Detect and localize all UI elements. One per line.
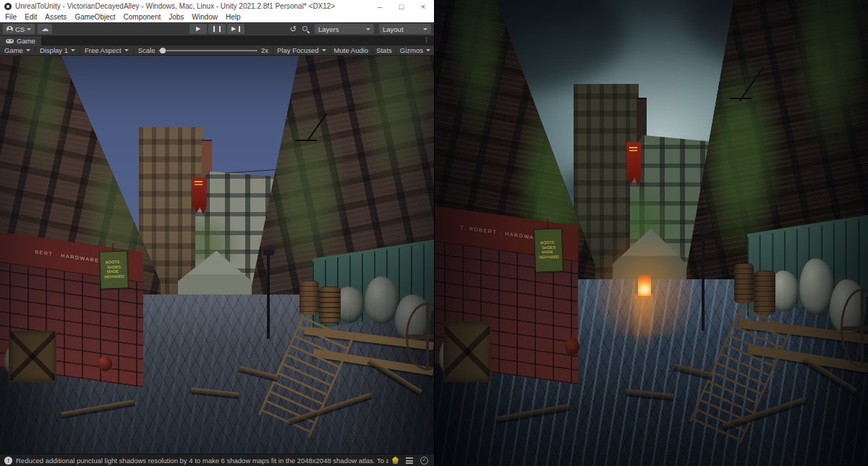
chevron-down-icon xyxy=(71,49,75,51)
chevron-down-icon xyxy=(124,49,129,51)
barrel xyxy=(734,263,754,303)
menu-gameobject[interactable]: GameObject xyxy=(75,13,115,21)
tab-bar: Game ⋮ xyxy=(0,36,434,46)
chevron-down-icon xyxy=(426,49,430,51)
menu-edit[interactable]: Edit xyxy=(25,13,37,21)
step-icon: ▶ xyxy=(231,26,236,32)
minimize-button[interactable]: – xyxy=(369,0,391,12)
shop-sign-text: BERT · HARDWARE xyxy=(35,250,99,264)
menu-window[interactable]: Window xyxy=(192,13,218,21)
stats-toggle[interactable]: Stats xyxy=(372,46,396,55)
wooden-crate xyxy=(443,321,491,382)
window-title: UnrealToUnity - VictorianDecayedAlley - … xyxy=(15,2,335,10)
dropdown-label: Game xyxy=(4,46,23,54)
play-focused-dropdown[interactable]: Play Focused xyxy=(273,46,330,55)
game-viewport[interactable]: BERT · HARDWARE BOOTS · SHOES MADE · REP… xyxy=(0,56,434,454)
chevron-down-icon xyxy=(27,28,31,30)
layers-label: Layers xyxy=(318,25,339,33)
scale-slider[interactable] xyxy=(158,50,258,51)
hanging-sign: BOOTS · SHOES MADE · REPAIRED xyxy=(99,250,129,289)
pause-icon xyxy=(213,26,221,32)
game-view-toolbar: Game Display 1 Free Aspect Scale 2x P xyxy=(0,46,434,56)
game-view-icon xyxy=(6,39,14,43)
menu-bar: File Edit Assets GameObject Component Jo… xyxy=(0,12,434,22)
chevron-down-icon xyxy=(26,49,30,51)
shop-sign-text: T. ROBERT · HARDWARE xyxy=(460,225,543,242)
main-toolbar: CS ☁ ▶ ▶ ↺ Layers Layout xyxy=(0,22,434,36)
menu-jobs[interactable]: Jobs xyxy=(169,13,184,21)
game-view-toolbar-right: Play Focused Mute Audio Stats Gizmos xyxy=(273,46,434,55)
step-bar-icon xyxy=(239,26,240,32)
barrel xyxy=(754,271,775,315)
step-button[interactable]: ▶ xyxy=(227,24,244,34)
aspect-ratio-dropdown[interactable]: Free Aspect xyxy=(80,46,134,55)
playmode-controls: ▶ ▶ xyxy=(190,24,244,34)
hanging-sign-line: REPAIRED xyxy=(104,274,124,279)
scale-slider-knob[interactable] xyxy=(160,48,166,54)
layout-label: Layout xyxy=(383,25,404,33)
pulley-bracket-icon xyxy=(730,61,752,100)
window-controls: – □ × xyxy=(369,0,434,12)
bake-indicator-icon[interactable] xyxy=(392,457,399,464)
barrel xyxy=(319,287,341,324)
progress-check-icon[interactable] xyxy=(420,457,428,465)
gizmos-dropdown[interactable]: Gizmos xyxy=(396,46,434,55)
tab-label: Game xyxy=(17,37,35,45)
layers-dropdown[interactable]: Layers xyxy=(315,24,374,34)
red-ball xyxy=(98,356,112,370)
play-button[interactable]: ▶ xyxy=(190,24,207,34)
unity-render: BERT · HARDWARE BOOTS · SHOES MADE · REP… xyxy=(0,56,434,454)
cache-icon[interactable] xyxy=(406,457,413,464)
red-ball xyxy=(565,338,579,355)
hanging-sign-line: REPAIRED xyxy=(539,255,559,259)
mute-audio-toggle[interactable]: Mute Audio xyxy=(330,46,373,55)
close-button[interactable]: × xyxy=(412,0,434,12)
maximize-button[interactable]: □ xyxy=(391,0,412,12)
chevron-down-icon xyxy=(322,49,326,51)
menu-file[interactable]: File xyxy=(5,13,17,21)
search-icon[interactable] xyxy=(302,25,310,33)
sack xyxy=(799,258,834,314)
chevron-down-icon xyxy=(423,28,427,30)
display-target-dropdown[interactable]: Display 1 xyxy=(35,46,80,55)
more-options-icon[interactable]: ⋮ xyxy=(423,37,430,43)
scale-value: 2x xyxy=(261,46,268,54)
undo-history-icon[interactable]: ↺ xyxy=(290,25,297,33)
scale-control: Scale 2x xyxy=(134,46,273,54)
street-lamp xyxy=(267,255,270,339)
title-bar: UnrealToUnity - VictorianDecayedAlley - … xyxy=(0,0,434,12)
campfire xyxy=(638,275,651,296)
fire-reflection xyxy=(634,294,653,355)
unity-logo-icon xyxy=(4,3,12,10)
menu-help[interactable]: Help xyxy=(226,13,241,21)
dropdown-label: Gizmos xyxy=(400,46,423,54)
hanging-sign-line: MADE · xyxy=(107,269,121,274)
pulley-bracket-icon xyxy=(295,108,317,141)
display-mode-dropdown[interactable]: Game xyxy=(0,46,35,55)
cloud-icon: ☁ xyxy=(41,25,48,33)
scale-label: Scale xyxy=(138,46,156,54)
status-bar[interactable]: Reduced additional punctual light shadow… xyxy=(0,454,434,466)
cloud-button[interactable]: ☁ xyxy=(38,24,52,34)
menu-assets[interactable]: Assets xyxy=(45,13,67,21)
wooden-crate xyxy=(9,331,56,383)
dropdown-label: Play Focused xyxy=(277,46,319,54)
screen: UnrealToUnity - VictorianDecayedAlley - … xyxy=(0,0,868,466)
layout-dropdown[interactable]: Layout xyxy=(379,24,431,34)
tab-game[interactable]: Game xyxy=(0,36,41,46)
barrel xyxy=(299,281,319,315)
menu-component[interactable]: Component xyxy=(124,13,161,21)
toolbar-right: ↺ Layers Layout xyxy=(290,24,431,34)
status-icons xyxy=(392,457,430,465)
account-dropdown[interactable]: CS xyxy=(3,24,35,34)
status-message: Reduced additional punctual light shadow… xyxy=(16,457,388,465)
toggle-label: Mute Audio xyxy=(334,46,369,54)
dropdown-label: Free Aspect xyxy=(85,46,122,54)
account-icon xyxy=(7,26,13,33)
unity-editor-window: UnrealToUnity - VictorianDecayedAlley - … xyxy=(0,0,434,466)
toggle-label: Stats xyxy=(376,46,392,54)
account-label: CS xyxy=(15,25,25,33)
pause-button[interactable] xyxy=(208,24,226,34)
street-lamp xyxy=(702,233,705,331)
chevron-down-icon xyxy=(366,28,370,30)
